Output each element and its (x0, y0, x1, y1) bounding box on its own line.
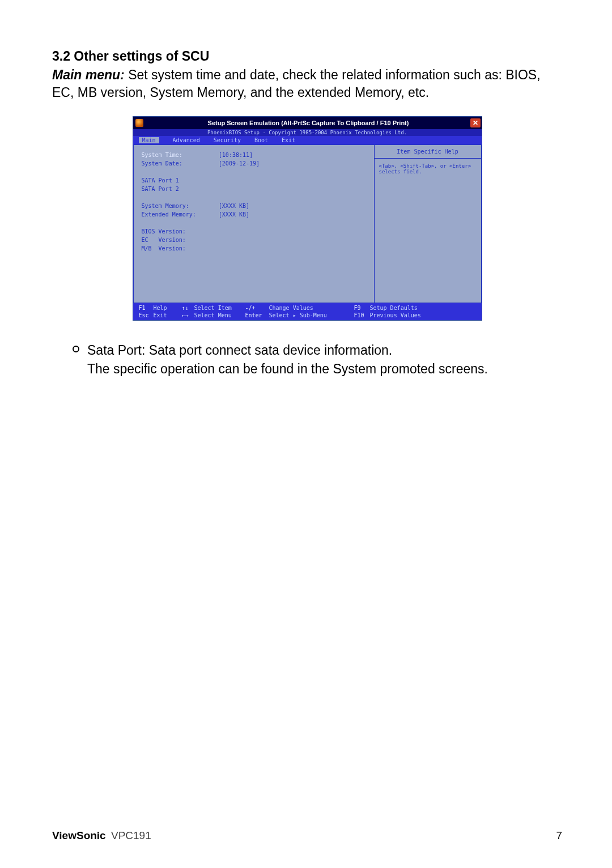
tab-security[interactable]: Security (214, 137, 241, 143)
key-updown: ↑↓ (182, 304, 194, 312)
key-f10: F10 (354, 312, 370, 319)
label-ec-version: EC Version: (142, 236, 196, 244)
value-ec-version (219, 236, 366, 244)
value-mb-version (219, 244, 366, 253)
label-setup-defaults: Setup Defaults (370, 304, 438, 312)
label-select-submenu: Select ▸ Sub-Menu (269, 312, 354, 319)
key-f9: F9 (354, 304, 370, 312)
bios-copyright: PhoenixBIOS Setup - Copyright 1985-2004 … (133, 129, 482, 136)
bios-field-labels: System Time: System Date: SATA Port 1 SA… (142, 151, 196, 297)
footer-row-1: F1 Help ↑↓ Select Item -/+ Change Values… (139, 304, 476, 312)
label-select-item: Select Item (194, 304, 245, 312)
intro-lead: Main menu: (52, 67, 125, 82)
label-system-time: System Time: (142, 151, 196, 159)
bullet-line-1: Sata Port: Sata port connect sata device… (87, 343, 392, 358)
value-system-date[interactable]: [2009-12-19] (219, 159, 366, 168)
key-enter: Enter (245, 312, 269, 319)
value-spacer (219, 193, 366, 202)
label-system-memory: System Memory: (142, 202, 196, 210)
value-system-memory: [XXXX KB] (219, 202, 366, 210)
label-sata-port-2[interactable]: SATA Port 2 (142, 185, 196, 193)
label-spacer (142, 193, 196, 202)
bullet-line-2: The specific operation can be found in t… (87, 361, 488, 376)
bullet-icon (73, 346, 79, 352)
label-exit: Exit (154, 312, 182, 319)
value-sata-port-1 (219, 176, 366, 185)
label-select-menu: Select Menu (194, 312, 245, 319)
label-bios-version: BIOS Version: (142, 227, 196, 236)
value-system-time[interactable]: [10:38:11] (219, 151, 366, 159)
label-change-values: Change Values (269, 304, 354, 312)
bios-footer: F1 Help ↑↓ Select Item -/+ Change Values… (133, 303, 482, 320)
key-f1: F1 (139, 304, 154, 312)
tab-advanced[interactable]: Advanced (173, 137, 200, 143)
key-esc: Esc (139, 312, 154, 319)
bullet-block: Sata Port: Sata port connect sata device… (52, 341, 562, 379)
value-sata-port-2 (219, 185, 366, 193)
help-body: <Tab>, <Shift-Tab>, or <Enter> selects f… (375, 159, 481, 303)
tab-boot[interactable]: Boot (254, 137, 268, 143)
bios-body: System Time: System Date: SATA Port 1 SA… (133, 144, 482, 303)
bios-setup-window: Setup Screen Emulation (Alt-PrtSc Captur… (133, 116, 482, 321)
window-title: Setup Screen Emulation (Alt-PrtSc Captur… (147, 120, 470, 126)
bullet-text: Sata Port: Sata port connect sata device… (87, 341, 488, 379)
key-leftright: ←→ (182, 312, 194, 319)
close-icon[interactable]: ✕ (470, 118, 481, 127)
bios-menubar: Main Advanced Security Boot Exit (133, 136, 482, 144)
label-system-date: System Date: (142, 159, 196, 168)
label-sata-port-1[interactable]: SATA Port 1 (142, 176, 196, 185)
window-titlebar: Setup Screen Emulation (Alt-PrtSc Captur… (133, 117, 482, 129)
intro-rest: Set system time and date, check the rela… (52, 67, 541, 100)
label-spacer (142, 168, 196, 176)
key-plusminus: -/+ (245, 304, 269, 312)
page-footer: ViewSonic VPC191 7 (52, 829, 562, 842)
bios-field-values: [10:38:11] [2009-12-19] [XXXX KB] [XXXX … (219, 151, 366, 297)
footer-row-2: Esc Exit ←→ Select Menu Enter Select ▸ S… (139, 312, 476, 319)
help-title: Item Specific Help (375, 145, 481, 159)
value-spacer (219, 168, 366, 176)
tab-exit[interactable]: Exit (282, 137, 295, 143)
page-number: 7 (556, 829, 562, 842)
bios-help-pane: Item Specific Help <Tab>, <Shift-Tab>, o… (374, 144, 482, 303)
value-bios-version (219, 227, 366, 236)
label-previous-values: Previous Values (370, 312, 438, 319)
label-spacer (142, 219, 196, 227)
label-extended-memory: Extended Memory: (142, 210, 196, 219)
value-extended-memory: [XXXX KB] (219, 210, 366, 219)
intro-paragraph: Main menu: Set system time and date, che… (52, 66, 562, 101)
bios-main-pane: System Time: System Date: SATA Port 1 SA… (133, 144, 374, 303)
footer-brand: ViewSonic (52, 829, 106, 841)
label-mb-version: M/B Version: (142, 244, 196, 253)
label-help: Help (154, 304, 182, 312)
app-icon (135, 119, 143, 127)
tab-main[interactable]: Main (139, 137, 159, 143)
section-heading: 3.2 Other settings of SCU (52, 49, 562, 64)
footer-model: VPC191 (111, 829, 151, 841)
value-spacer (219, 219, 366, 227)
